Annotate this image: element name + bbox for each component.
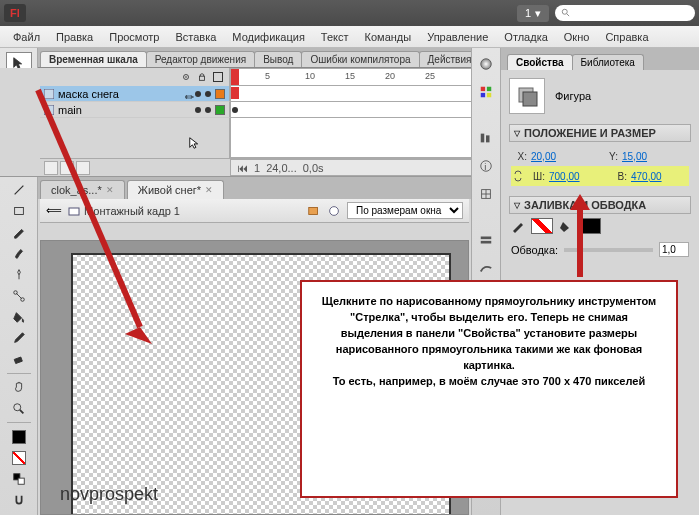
playhead[interactable] <box>231 69 239 85</box>
pencil-icon: ✏ <box>185 91 191 97</box>
stroke-label: Обводка: <box>511 244 558 256</box>
back-icon[interactable]: ⟸ <box>46 204 62 217</box>
menu-file[interactable]: Файл <box>6 29 47 45</box>
scene-icon <box>68 205 80 217</box>
menu-insert[interactable]: Вставка <box>168 29 223 45</box>
goto-first-icon[interactable]: ⏮ <box>237 162 248 174</box>
tab-timeline[interactable]: Временная шкала <box>40 51 147 67</box>
app-titlebar: Fl 1 ▾ <box>0 0 699 26</box>
scene-crumb[interactable]: Монтажный кадр 1 <box>68 205 180 217</box>
watermark: novprospekt <box>60 484 158 505</box>
zoom-select[interactable]: По размерам окна <box>347 202 463 219</box>
eyedropper-tool[interactable] <box>6 327 32 348</box>
svg-rect-17 <box>18 478 24 484</box>
layer-row[interactable]: main <box>40 102 230 118</box>
bone-tool[interactable] <box>6 285 32 306</box>
fill-color-swatch[interactable] <box>579 218 601 234</box>
menu-window[interactable]: Окно <box>557 29 597 45</box>
workspace-selector[interactable]: 1 ▾ <box>517 5 549 22</box>
prop-y[interactable]: 15,00 <box>622 151 664 162</box>
lock-aspect-icon[interactable] <box>511 169 525 183</box>
svg-rect-43 <box>523 92 537 106</box>
new-folder-button[interactable] <box>60 161 74 175</box>
menu-help[interactable]: Справка <box>598 29 655 45</box>
snap-tool[interactable] <box>6 490 32 511</box>
delete-layer-button[interactable] <box>76 161 90 175</box>
fps: 24,0... <box>266 162 297 174</box>
svg-rect-29 <box>481 93 485 97</box>
fill-swatch[interactable] <box>6 447 32 468</box>
tab-properties[interactable]: Свойства <box>507 54 573 70</box>
close-icon[interactable]: ✕ <box>106 185 114 195</box>
object-type-icon <box>509 78 545 114</box>
hand-tool[interactable] <box>6 377 32 398</box>
line-tool[interactable] <box>6 179 32 200</box>
svg-rect-22 <box>44 105 54 115</box>
svg-line-12 <box>16 293 21 298</box>
svg-rect-30 <box>487 93 491 97</box>
swatches-panel-icon[interactable] <box>476 82 496 102</box>
help-search[interactable] <box>555 5 695 21</box>
svg-rect-23 <box>69 208 79 215</box>
svg-line-1 <box>567 14 570 17</box>
svg-rect-9 <box>14 207 23 214</box>
layer-row[interactable]: маска снега ✏ <box>40 86 230 102</box>
outline-icon[interactable] <box>213 72 223 82</box>
menu-control[interactable]: Управление <box>420 29 495 45</box>
stroke-color-swatch[interactable] <box>531 218 553 234</box>
prop-x[interactable]: 20,00 <box>531 151 573 162</box>
rectangle-tool[interactable] <box>6 200 32 221</box>
section-position-size[interactable]: ▽ПОЛОЖЕНИЕ И РАЗМЕР <box>509 124 691 142</box>
stroke-weight-input[interactable] <box>659 242 689 257</box>
layer-icon <box>44 89 54 99</box>
menu-modify[interactable]: Модификация <box>225 29 312 45</box>
document-tab[interactable]: clok_as...*✕ <box>40 180 125 199</box>
eraser-tool[interactable] <box>6 349 32 370</box>
components-panel-icon[interactable] <box>476 230 496 250</box>
transform-panel-icon[interactable] <box>476 184 496 204</box>
svg-rect-27 <box>481 87 485 91</box>
pencil-icon <box>511 219 525 233</box>
section-fill-stroke[interactable]: ▽ЗАЛИВКА И ОБВОДКА <box>509 196 691 214</box>
svg-point-19 <box>185 76 187 78</box>
lock-icon[interactable] <box>197 72 207 82</box>
new-layer-button[interactable] <box>44 161 58 175</box>
layers-header <box>40 68 230 86</box>
menu-edit[interactable]: Правка <box>49 29 100 45</box>
close-icon[interactable]: ✕ <box>205 185 213 195</box>
object-type-label: Фигура <box>555 90 591 102</box>
deco-tool[interactable] <box>6 264 32 285</box>
prop-height[interactable]: 470,00 <box>631 171 673 182</box>
stroke-weight-slider[interactable] <box>564 248 653 252</box>
layer-name: main <box>58 104 177 116</box>
cursor-icon <box>188 136 202 150</box>
edit-symbol-icon[interactable] <box>327 204 341 218</box>
layer-controls <box>40 159 230 176</box>
tab-library[interactable]: Библиотека <box>572 54 644 70</box>
app-logo: Fl <box>4 4 26 22</box>
color-panel-icon[interactable] <box>476 54 496 74</box>
menu-view[interactable]: Просмотр <box>102 29 166 45</box>
tab-errors[interactable]: Ошибки компилятора <box>301 51 419 67</box>
align-panel-icon[interactable] <box>476 128 496 148</box>
time: 0,0s <box>303 162 324 174</box>
menu-commands[interactable]: Команды <box>358 29 419 45</box>
pencil-tool[interactable] <box>6 222 32 243</box>
document-tab[interactable]: Живой снег*✕ <box>127 180 224 199</box>
swap-colors[interactable] <box>6 468 32 489</box>
prop-width[interactable]: 700,00 <box>549 171 591 182</box>
brush-tool[interactable] <box>6 243 32 264</box>
bucket-tool[interactable] <box>6 306 32 327</box>
motion-panel-icon[interactable] <box>476 258 496 278</box>
stroke-swatch[interactable] <box>6 426 32 447</box>
edit-scene-icon[interactable] <box>307 204 321 218</box>
menu-debug[interactable]: Отладка <box>497 29 554 45</box>
zoom-tool[interactable] <box>6 398 32 419</box>
document-toolbar: ⟸ Монтажный кадр 1 По размерам окна <box>40 199 469 223</box>
tab-output[interactable]: Вывод <box>254 51 302 67</box>
tab-motion-editor[interactable]: Редактор движения <box>146 51 255 67</box>
visibility-icon[interactable] <box>181 72 191 82</box>
annotation-callout: Щелкните по нарисованному прямоугольнику… <box>300 280 678 498</box>
menu-text[interactable]: Текст <box>314 29 356 45</box>
info-panel-icon[interactable]: i <box>476 156 496 176</box>
